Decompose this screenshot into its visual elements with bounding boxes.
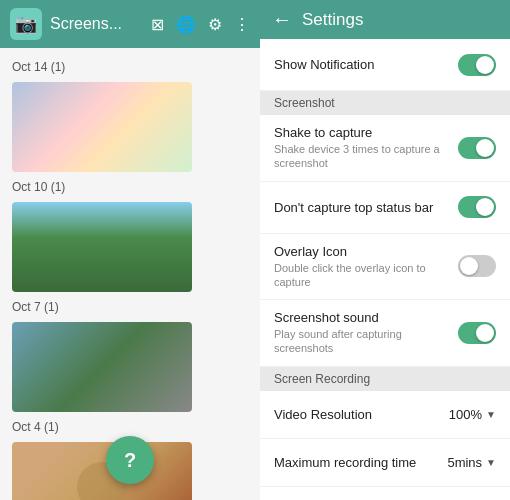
max-recording-time-dropdown[interactable]: 5mins ▼ (447, 455, 496, 470)
app-icon: 📷 (10, 8, 42, 40)
settings-icon[interactable]: ⚙ (208, 15, 222, 34)
date-label-3: Oct 7 (1) (0, 296, 260, 318)
video-resolution-value: 100% (449, 407, 482, 422)
thumbnail-3[interactable] (12, 322, 192, 412)
date-label-2: Oct 10 (1) (0, 176, 260, 198)
overlay-icon-desc: Double click the overlay icon to capture (274, 261, 450, 290)
gallery-header: 📷 Screens... ⊠ 🌐 ⚙ ⋮ (0, 0, 260, 48)
thumbnail-4[interactable] (12, 442, 192, 500)
setting-screenshot-sound: Screenshot sound Play sound after captur… (260, 300, 510, 367)
show-notification-toggle[interactable] (458, 54, 496, 76)
setting-show-notification: Show Notification (260, 39, 510, 91)
no-status-bar-label: Don't capture top status bar (274, 200, 450, 215)
shake-capture-label: Shake to capture (274, 125, 450, 140)
gallery-panel: 📷 Screens... ⊠ 🌐 ⚙ ⋮ Oct 14 (1) Oct 10 (… (0, 0, 260, 500)
screenshot-sound-label: Screenshot sound (274, 310, 450, 325)
overlay-icon-label: Overlay Icon (274, 244, 450, 259)
header-icons: ⊠ 🌐 ⚙ ⋮ (151, 15, 250, 34)
max-recording-time-value: 5mins (447, 455, 482, 470)
section-screenshot: Screenshot (260, 91, 510, 115)
video-resolution-label: Video Resolution (274, 407, 372, 422)
section-screen-recording: Screen Recording (260, 367, 510, 391)
toggle-knob (476, 56, 494, 74)
chevron-down-icon-2: ▼ (486, 457, 496, 468)
settings-title: Settings (302, 10, 363, 30)
setting-max-recording-time: Maximum recording time 5mins ▼ (260, 439, 510, 487)
settings-panel: ← Settings Show Notification Screenshot … (260, 0, 510, 500)
gallery-scroll[interactable]: Oct 14 (1) Oct 10 (1) Oct 7 (1) Oct 4 (1… (0, 48, 260, 500)
fab-help-button[interactable]: ? (106, 436, 154, 484)
grid-icon[interactable]: ⊠ (151, 15, 164, 34)
setting-no-status-bar: Don't capture top status bar (260, 182, 510, 234)
show-notification-label: Show Notification (274, 57, 450, 72)
globe-icon[interactable]: 🌐 (176, 15, 196, 34)
thumbnail-2[interactable] (12, 202, 192, 292)
setting-overlay-icon: Overlay Icon Double click the overlay ic… (260, 234, 510, 301)
overlay-icon-toggle[interactable] (458, 255, 496, 277)
max-recording-time-label: Maximum recording time (274, 455, 416, 470)
chevron-down-icon: ▼ (486, 409, 496, 420)
gallery-content-wrapper: Oct 14 (1) Oct 10 (1) Oct 7 (1) Oct 4 (1… (0, 48, 260, 500)
settings-header: ← Settings (260, 0, 510, 39)
setting-record-audio-apps: Record audio played by apps Not all Apps… (260, 487, 510, 500)
setting-shake-capture: Shake to capture Shake device 3 times to… (260, 115, 510, 182)
video-resolution-dropdown[interactable]: 100% ▼ (449, 407, 496, 422)
more-icon[interactable]: ⋮ (234, 15, 250, 34)
screenshot-sound-desc: Play sound after capturing screenshots (274, 327, 450, 356)
setting-video-resolution: Video Resolution 100% ▼ (260, 391, 510, 439)
thumbnail-1[interactable] (12, 82, 192, 172)
back-button[interactable]: ← (272, 8, 292, 31)
app-title: Screens... (50, 15, 143, 33)
shake-capture-desc: Shake device 3 times to capture a screen… (274, 142, 450, 171)
shake-capture-toggle[interactable] (458, 137, 496, 159)
date-label-4: Oct 4 (1) (0, 416, 260, 438)
settings-list: Show Notification Screenshot Shake to ca… (260, 39, 510, 500)
date-label-1: Oct 14 (1) (0, 56, 260, 78)
screenshot-sound-toggle[interactable] (458, 322, 496, 344)
no-status-bar-toggle[interactable] (458, 196, 496, 218)
